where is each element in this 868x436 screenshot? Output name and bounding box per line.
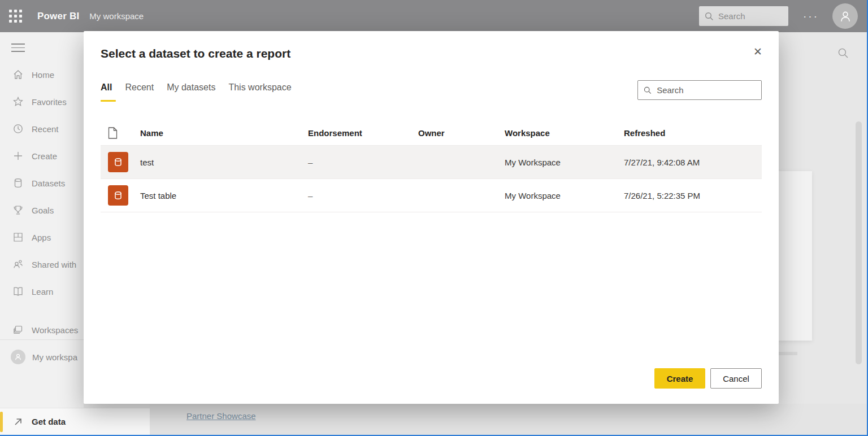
dataset-row-test[interactable]: test – My Workspace 7/27/21, 9:42:08 AM (101, 146, 762, 179)
page-search-icon[interactable] (837, 47, 849, 59)
search-icon (705, 12, 714, 21)
topbar-search-box[interactable] (699, 6, 788, 26)
column-header-workspace[interactable]: Workspace (505, 128, 624, 138)
plus-icon (12, 150, 24, 162)
partner-showcase-link[interactable]: Partner Showcase (186, 411, 256, 421)
dialog-title: Select a dataset to create a report (101, 47, 290, 60)
sidebar-item-favorites[interactable]: Favorites (0, 88, 84, 115)
sidebar-item-learn[interactable]: Learn (0, 278, 84, 305)
column-header-owner[interactable]: Owner (418, 128, 505, 138)
sidebar-item-home[interactable]: Home (0, 61, 84, 88)
dataset-icon (108, 152, 128, 172)
dataset-workspace: My Workspace (505, 191, 624, 200)
dataset-workspace: My Workspace (505, 158, 624, 167)
table-header-row: Name Endorsement Owner Workspace Refresh… (101, 120, 762, 146)
home-icon (12, 69, 24, 80)
sidebar-item-label: Favorites (32, 97, 67, 107)
tab-all[interactable]: All (101, 82, 112, 99)
trophy-icon (12, 204, 24, 216)
topbar-workspace-label[interactable]: My workspace (89, 11, 144, 21)
sidebar-item-label: Learn (32, 287, 53, 297)
sidebar-item-label: Workspaces (32, 325, 78, 335)
dataset-table: Name Endorsement Owner Workspace Refresh… (101, 120, 762, 212)
clock-icon (12, 123, 24, 134)
dimmed-content-area (150, 404, 868, 436)
hamburger-menu-icon[interactable] (11, 41, 25, 55)
vertical-scrollbar[interactable] (856, 121, 862, 364)
tab-my-datasets[interactable]: My datasets (167, 82, 215, 99)
star-icon (12, 96, 24, 107)
sidebar-item-label: Goals (32, 206, 54, 215)
sidebar-item-recent[interactable]: Recent (0, 115, 84, 142)
sidebar-item-label: My workspa (32, 352, 77, 362)
sidebar-item-my-workspace[interactable]: My workspa (0, 343, 84, 370)
sidebar-item-label: Create (32, 151, 57, 161)
dataset-refreshed: 7/27/21, 9:42:08 AM (624, 158, 762, 167)
topbar-search-input[interactable] (718, 11, 783, 21)
app-launcher-waffle-icon[interactable] (0, 0, 31, 32)
create-button[interactable]: Create (654, 368, 705, 389)
sidebar-item-label: Home (32, 70, 54, 80)
column-header-name[interactable]: Name (140, 128, 308, 138)
top-app-bar: Power BI My workspace ··· (0, 0, 868, 32)
document-icon (108, 127, 118, 139)
sidebar-item-apps[interactable]: Apps (0, 224, 84, 251)
dataset-filter-tabs: All Recent My datasets This workspace (101, 82, 305, 99)
dataset-icon (108, 185, 128, 206)
close-icon[interactable]: ✕ (752, 46, 764, 58)
workspace-avatar-icon (11, 350, 25, 364)
sidebar-item-label: Shared with (32, 260, 76, 269)
get-data-button[interactable]: Get data (0, 408, 150, 435)
person-icon (838, 9, 853, 24)
column-header-refreshed[interactable]: Refreshed (624, 128, 762, 138)
dataset-refreshed: 7/26/21, 5:22:35 PM (624, 191, 762, 200)
dataset-endorsement: – (308, 191, 418, 200)
shared-people-icon (12, 259, 24, 270)
sidebar-item-goals[interactable]: Goals (0, 197, 84, 224)
sidebar-item-label: Datasets (32, 178, 65, 188)
select-dataset-dialog: Select a dataset to create a report ✕ Al… (84, 31, 779, 404)
dataset-name: test (140, 158, 308, 167)
search-icon (644, 86, 652, 95)
background-card-edge (778, 171, 812, 341)
workspaces-icon (12, 324, 24, 335)
column-header-endorsement[interactable]: Endorsement (308, 128, 418, 138)
dataset-endorsement: – (308, 158, 418, 167)
book-icon (12, 286, 24, 297)
waffle-grid-icon (9, 10, 22, 23)
tab-this-workspace[interactable]: This workspace (228, 82, 291, 99)
cancel-button[interactable]: Cancel (710, 368, 762, 389)
sidebar-item-label: Recent (32, 124, 59, 134)
tab-recent[interactable]: Recent (125, 82, 154, 99)
dataset-search-box[interactable] (637, 80, 762, 100)
dataset-name: Test table (140, 191, 308, 200)
more-options-icon[interactable]: ··· (803, 10, 819, 23)
sidebar-item-workspaces[interactable]: Workspaces (0, 316, 84, 343)
background-divider (779, 352, 797, 355)
database-icon (12, 177, 24, 189)
diagonal-arrow-icon (12, 416, 24, 428)
active-accent-bar (0, 412, 3, 432)
sidebar-item-datasets[interactable]: Datasets (0, 169, 84, 197)
sidebar-item-shared-with[interactable]: Shared with (0, 251, 84, 278)
left-nav-pane: Home Favorites Recent Create Datasets Go… (0, 32, 84, 408)
dataset-search-input[interactable] (657, 85, 756, 95)
dataset-row-test-table[interactable]: Test table – My Workspace 7/26/21, 5:22:… (101, 179, 762, 212)
dialog-footer: Create Cancel (654, 368, 762, 389)
apps-grid-icon (12, 232, 24, 243)
account-avatar[interactable] (832, 3, 858, 29)
sidebar-item-create[interactable]: Create (0, 142, 84, 169)
sidebar-item-label: Apps (32, 233, 51, 242)
powerbi-logo[interactable]: Power BI (37, 11, 79, 22)
get-data-label: Get data (32, 417, 66, 426)
